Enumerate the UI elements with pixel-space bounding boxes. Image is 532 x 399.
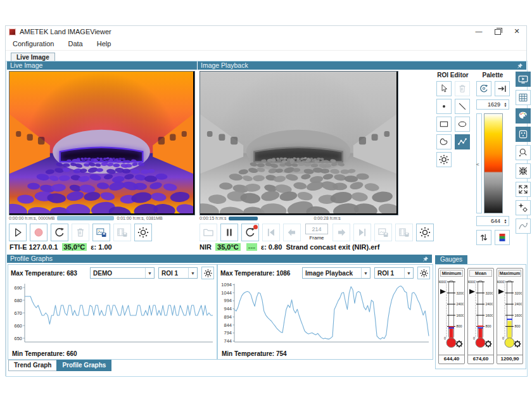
playback-progress-track[interactable] — [229, 217, 311, 220]
auto-scale-icon — [478, 83, 490, 94]
snap-to-max-button[interactable] — [495, 81, 510, 96]
save-film-button[interactable] — [113, 224, 131, 241]
playback-profile-chart: 74479484489494499410441094 — [219, 282, 431, 346]
select-cursor-button[interactable] — [436, 81, 452, 96]
palette-max-spinner[interactable]: 1629 ▲▼ — [476, 99, 509, 110]
expand-view-button[interactable] — [516, 182, 531, 197]
close-button[interactable]: ✕ — [507, 26, 526, 37]
settings-button[interactable] — [134, 224, 152, 241]
spinner-arrows-icon[interactable]: ▲▼ — [502, 218, 509, 224]
svg-text:0: 0 — [502, 336, 504, 340]
live-thermal-image[interactable] — [9, 71, 195, 215]
profile-graphs-header: Profile Graphs — [7, 255, 432, 263]
menu-item-help[interactable]: Help — [90, 37, 118, 50]
frame-number-field[interactable]: 214Frame — [304, 224, 329, 241]
chevron-down-icon: ▼ — [404, 268, 413, 278]
collapse-view-button[interactable] — [516, 163, 531, 179]
playback-image[interactable] — [200, 71, 398, 215]
svg-text:4000: 4000 — [497, 280, 504, 284]
spinner-arrows-icon[interactable]: ▲▼ — [502, 102, 509, 107]
roi-dropdown[interactable]: ROI 1▼ — [374, 267, 414, 279]
svg-text:800: 800 — [486, 324, 491, 328]
ellipse-roi-button[interactable] — [455, 117, 470, 132]
select-cursor-icon — [438, 83, 450, 94]
svg-text:2400: 2400 — [515, 302, 522, 306]
svg-text:844: 844 — [224, 322, 232, 328]
palette-panel-button[interactable] — [516, 108, 531, 124]
range-marker-icon: < — [476, 162, 479, 167]
delete-button[interactable] — [72, 224, 89, 241]
frame-number-value[interactable]: 214 — [305, 224, 328, 234]
rgb-palette-button[interactable] — [495, 230, 510, 245]
step-forward-button[interactable] — [332, 224, 350, 241]
palette-range-strip[interactable]: < — [476, 113, 482, 213]
source-dropdown[interactable]: DEMO▼ — [90, 267, 155, 279]
invert-scale-button[interactable] — [476, 230, 491, 245]
svg-text:0: 0 — [444, 336, 446, 340]
roi-panel-button[interactable] — [516, 127, 531, 142]
restore-button[interactable] — [488, 26, 507, 37]
record-icon — [32, 226, 45, 239]
gauge-label: Maximum — [498, 270, 521, 277]
roi-settings-button[interactable] — [436, 152, 452, 167]
loop-button[interactable] — [241, 224, 259, 241]
play-icon — [11, 226, 24, 239]
playback-range-badge: --- — [246, 243, 257, 251]
svg-text:1600: 1600 — [515, 314, 522, 317]
loop-button[interactable] — [51, 224, 68, 241]
roi-dropdown[interactable]: ROI 1▼ — [158, 267, 198, 279]
tab-profile-graphs[interactable]: Profile Graphs — [56, 360, 111, 371]
grid-view-button[interactable] — [516, 90, 531, 105]
svg-text:690: 690 — [14, 285, 22, 291]
rect-roi-button[interactable] — [436, 117, 452, 132]
save-image-button[interactable] — [92, 224, 110, 241]
play-button[interactable] — [9, 224, 27, 241]
freeform-roi-button[interactable] — [436, 134, 452, 149]
graph-tabs: Trend GraphProfile Graphs — [8, 360, 111, 371]
roi-settings-icon — [438, 154, 450, 165]
tab-trend-graph[interactable]: Trend Graph — [8, 360, 57, 371]
skip-start-button[interactable] — [262, 224, 280, 241]
content-frame: Live Image 0:00:00 h:m:s, 0000MB 0:01:00… — [6, 61, 528, 377]
gauge-label: Mean — [469, 270, 492, 277]
source-dropdown[interactable]: Image Playback▼ — [302, 267, 370, 279]
graph-settings-button[interactable] — [417, 267, 430, 279]
point-roi-button[interactable] — [436, 99, 452, 114]
open-file-button[interactable] — [200, 224, 217, 241]
live-progress-end: 0:01:00 h:m:s, 0381MB — [117, 216, 162, 220]
step-back-button[interactable] — [283, 224, 301, 241]
profile-graphs-title: Profile Graphs — [10, 255, 53, 262]
save-image-button[interactable] — [374, 224, 392, 241]
step-forward-icon — [335, 226, 348, 239]
playback-progress[interactable]: 0:00:15 h:m:s 0:00:28 h:m:s — [200, 216, 402, 220]
graph-settings-button[interactable] — [201, 267, 214, 279]
save-film-button[interactable] — [395, 224, 413, 241]
zoom-tool-button[interactable] — [516, 145, 531, 160]
menu-item-configuration[interactable]: Configuration — [6, 37, 61, 50]
svg-text:0: 0 — [473, 336, 475, 340]
ellipse-roi-icon — [457, 118, 468, 130]
live-progress-bar — [57, 216, 114, 220]
live-progress-start: 0:00:00 h:m:s, 0000MB — [9, 216, 54, 220]
snap-to-max-icon — [497, 83, 508, 94]
svg-text:2400: 2400 — [457, 302, 464, 306]
pin-icon[interactable] — [422, 256, 429, 262]
live-view-button[interactable] — [516, 72, 531, 87]
record-button[interactable] — [30, 224, 48, 241]
delete-roi-button[interactable] — [455, 81, 470, 96]
pin-icon[interactable] — [517, 63, 523, 69]
line-roi-button[interactable] — [455, 99, 470, 114]
window-title: AMETEK Land IMAGEViewer — [20, 28, 111, 35]
menu-item-data[interactable]: Data — [61, 37, 89, 50]
polyline-roi-button[interactable] — [455, 134, 470, 149]
add-marker-button[interactable] — [516, 200, 531, 215]
palette-min-spinner[interactable]: 644 ▲▼ — [476, 216, 509, 226]
profile-curve-button[interactable] — [516, 218, 531, 234]
settings-button[interactable] — [416, 224, 434, 241]
auto-scale-button[interactable] — [476, 81, 491, 96]
skip-end-button[interactable] — [353, 224, 371, 241]
gauge-label: Minimum — [440, 270, 463, 277]
minimize-button[interactable]: — — [469, 26, 488, 37]
pause-button[interactable] — [220, 224, 238, 241]
svg-text:800: 800 — [515, 324, 521, 328]
